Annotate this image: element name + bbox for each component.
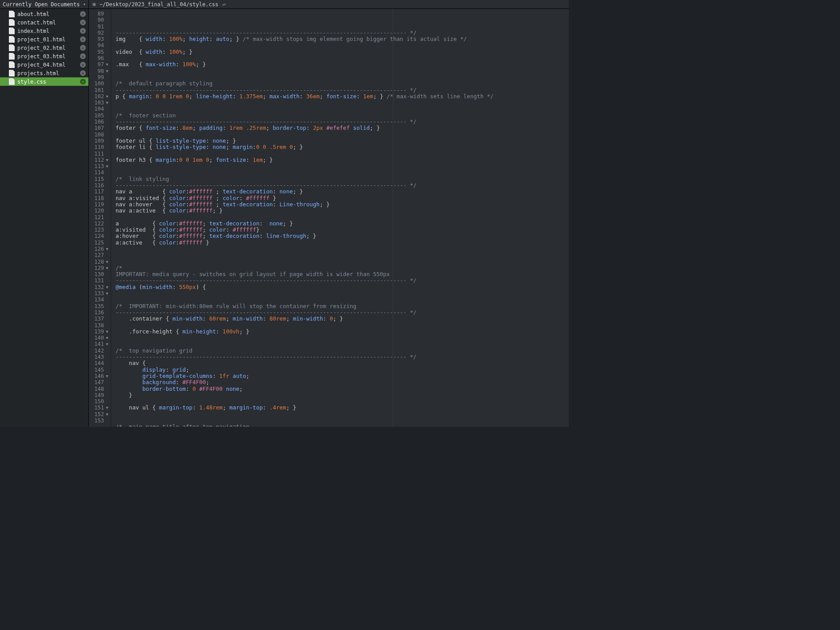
code-line[interactable]: nav { <box>116 360 569 366</box>
code-line[interactable] <box>116 100 569 106</box>
line-number[interactable]: 147▼ <box>89 379 109 385</box>
line-number[interactable]: 116▼ <box>89 182 109 189</box>
fold-icon[interactable]: ▼ <box>105 284 109 290</box>
line-number[interactable]: 94▼ <box>89 42 109 48</box>
file-item[interactable]: project_01.html✕ <box>0 35 88 44</box>
code-line[interactable]: nav a { color:#ffffff ; text-decoration:… <box>116 189 569 195</box>
code-line[interactable]: IMPORTANT: media query - switches on gri… <box>116 271 569 277</box>
line-number[interactable]: 112▼ <box>89 157 109 163</box>
line-number[interactable]: 141▼ <box>89 341 109 347</box>
code-line[interactable] <box>116 246 569 252</box>
line-number[interactable]: 98▼ <box>89 68 109 74</box>
code-line[interactable] <box>116 68 569 74</box>
line-number[interactable]: 105▼ <box>89 112 109 119</box>
line-number[interactable]: 146▼ <box>89 373 109 379</box>
editor[interactable]: 89▼90▼91▼92▼93▼94▼95▼96▼97▼98▼99▼100▼101… <box>89 9 569 427</box>
code-line[interactable]: .force-height { min-height: 100vh; } <box>116 329 569 335</box>
close-icon[interactable]: ✕ <box>80 28 86 34</box>
file-item[interactable]: projects.html✕ <box>0 69 88 77</box>
code-line[interactable] <box>116 42 569 48</box>
line-number[interactable]: 102▼ <box>89 93 109 100</box>
close-icon[interactable]: ✕ <box>80 62 86 68</box>
line-number[interactable]: 100▼ <box>89 80 109 87</box>
close-icon[interactable]: ✕ <box>80 11 86 17</box>
line-number[interactable]: 104▼ <box>89 106 109 112</box>
fold-icon[interactable]: ▼ <box>105 100 109 106</box>
code-line[interactable] <box>116 417 569 424</box>
code-line[interactable]: footer { font-size:.8em; padding: 1rem .… <box>116 125 569 131</box>
path-bar[interactable]: ✻ ~/Desktop/2023_final_all_04/style.css … <box>89 0 569 8</box>
line-number-gutter[interactable]: 89▼90▼91▼92▼93▼94▼95▼96▼97▼98▼99▼100▼101… <box>89 9 111 427</box>
line-number[interactable]: 153▼ <box>89 417 109 424</box>
code-line[interactable]: /* footer section <box>116 112 569 119</box>
line-number[interactable]: 93▼ <box>89 36 109 42</box>
fold-icon[interactable]: ▼ <box>105 259 109 265</box>
line-number[interactable]: 106▼ <box>89 119 109 125</box>
code-line[interactable]: display: grid; <box>116 367 569 373</box>
file-item[interactable]: about.html✕ <box>0 10 88 18</box>
sidebar-header[interactable]: Currently Open Documents ▾ <box>0 0 89 8</box>
line-number[interactable]: 110▼ <box>89 144 109 150</box>
code-line[interactable]: ----------------------------------------… <box>116 87 569 93</box>
line-number[interactable]: 145▼ <box>89 367 109 373</box>
code-line[interactable] <box>116 335 569 341</box>
line-number[interactable]: 122▼ <box>89 221 109 227</box>
line-number[interactable]: 138▼ <box>89 322 109 329</box>
fold-icon[interactable]: ▼ <box>105 68 109 74</box>
line-number[interactable]: 137▼ <box>89 316 109 322</box>
code-line[interactable]: .max { max-width: 100%; } <box>116 61 569 68</box>
code-line[interactable]: footer ul { list-style-type: none; } <box>116 138 569 144</box>
code-line[interactable] <box>116 322 569 329</box>
line-number[interactable]: 95▼ <box>89 49 109 55</box>
line-number[interactable]: 152▼ <box>89 411 109 417</box>
file-item[interactable]: index.html✕ <box>0 27 88 35</box>
line-number[interactable]: 123▼ <box>89 227 109 233</box>
fold-icon[interactable]: ▼ <box>105 93 109 100</box>
fold-icon[interactable]: ▼ <box>105 329 109 335</box>
line-number[interactable]: 109▼ <box>89 138 109 144</box>
line-number[interactable]: 97▼ <box>89 61 109 68</box>
fold-icon[interactable]: ▼ <box>105 61 109 68</box>
code-line[interactable] <box>116 214 569 221</box>
code-line[interactable]: a { color:#ffffff; text-decoration: none… <box>116 221 569 227</box>
code-area[interactable]: ----------------------------------------… <box>111 9 569 427</box>
fold-icon[interactable]: ▼ <box>105 341 109 347</box>
code-line[interactable] <box>116 398 569 405</box>
line-number[interactable]: 127▼ <box>89 252 109 258</box>
line-number[interactable]: 128▼ <box>89 259 109 265</box>
code-line[interactable]: nav a:hover { color:#ffffff ; text-decor… <box>116 201 569 208</box>
code-line[interactable]: /* default paragraph styling <box>116 80 569 87</box>
line-number[interactable]: 129▼ <box>89 265 109 271</box>
line-number[interactable]: 111▼ <box>89 151 109 157</box>
code-line[interactable]: ----------------------------------------… <box>116 119 569 125</box>
fold-icon[interactable]: ▼ <box>105 265 109 271</box>
code-line[interactable] <box>116 411 569 417</box>
file-item[interactable]: project_03.html✕ <box>0 52 88 60</box>
code-line[interactable] <box>116 290 569 297</box>
close-icon[interactable]: ✕ <box>80 53 86 59</box>
code-line[interactable]: .container { min-width: 60rem; min-width… <box>116 316 569 322</box>
code-line[interactable] <box>116 259 569 265</box>
code-line[interactable]: ----------------------------------------… <box>116 277 569 284</box>
code-line[interactable]: nav a:visited { color:#ffffff ; color: #… <box>116 195 569 201</box>
code-line[interactable]: /* main page title after top navigation <box>116 424 569 427</box>
code-line[interactable]: footer h3 { margin:0 0 1em 0; font-size:… <box>116 157 569 163</box>
code-line[interactable]: ----------------------------------------… <box>116 309 569 316</box>
line-number[interactable]: 134▼ <box>89 297 109 303</box>
code-line[interactable]: /* IMPORTANT: min-width:80em rule will s… <box>116 303 569 309</box>
code-line[interactable]: grid-template-columns: 1fr auto; <box>116 373 569 379</box>
code-line[interactable]: ----------------------------------------… <box>116 182 569 189</box>
close-icon[interactable]: ✕ <box>80 36 86 42</box>
path-stepper-icon[interactable]: ▴▾ <box>222 2 225 7</box>
line-number[interactable]: 113▼ <box>89 163 109 169</box>
code-line[interactable] <box>116 252 569 258</box>
line-number[interactable]: 132▼ <box>89 284 109 290</box>
code-line[interactable]: } <box>116 392 569 398</box>
close-icon[interactable]: ✕ <box>80 45 86 51</box>
line-number[interactable]: 91▼ <box>89 24 109 30</box>
file-item[interactable]: project_02.html✕ <box>0 44 88 52</box>
line-number[interactable]: 143▼ <box>89 354 109 360</box>
line-number[interactable]: 139▼ <box>89 329 109 335</box>
code-line[interactable]: nav a:active { color:#ffffff; } <box>116 208 569 214</box>
code-line[interactable] <box>116 106 569 112</box>
